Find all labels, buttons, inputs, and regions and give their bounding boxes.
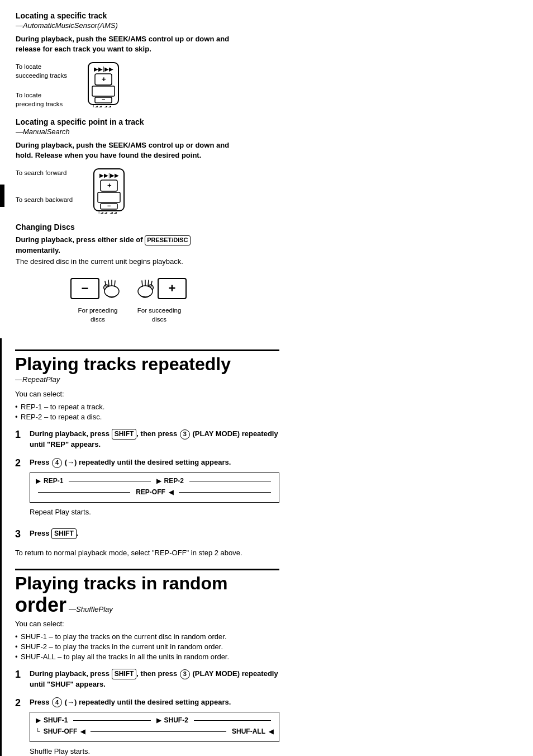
svg-line-22 xyxy=(151,281,152,287)
shuffle-step2-num: 2 xyxy=(15,697,26,710)
shift-key-3: SHIFT xyxy=(112,669,137,679)
repeat-step2: 2 Press 4 (→) repeatedly until the desir… xyxy=(15,457,279,520)
svg-text:+: + xyxy=(107,181,112,190)
section-separator xyxy=(15,569,279,570)
repeat-closing: To return to normal playback mode, selec… xyxy=(15,548,279,558)
preceding-disc-label: For preceding discs xyxy=(75,306,120,324)
shufall-label: SHUF-ALL xyxy=(232,727,265,736)
shuffle-title1: Playing tracks in random xyxy=(15,574,279,593)
svg-line-23 xyxy=(148,280,149,286)
repeat-intro: You can select: xyxy=(15,389,279,399)
shuffle-flow-diagram: ▶ SHUF-1 ▶ SHUF-2 └ SHUF-OFF ◀ xyxy=(30,712,279,742)
section-accent-bar xyxy=(0,185,4,207)
repeat-bullet-2: REP-2 – to repeat a disc. xyxy=(15,413,279,421)
shuffle-flow-note: Shuffle Play starts. xyxy=(30,746,279,756)
shuffle-title2: order xyxy=(15,593,66,617)
shuffle-bullet-3: SHUF-ALL – to play all the tracks in all… xyxy=(15,653,279,661)
locate-point-label2: To search backward xyxy=(16,195,73,204)
circle-3-1: 3 xyxy=(180,429,190,440)
svg-text:|◀◀ ◀◀: |◀◀ ◀◀ xyxy=(98,211,117,214)
shuffle-bullet-1: SHUF-1 – to play the tracks on the curre… xyxy=(15,632,279,641)
repeat-subtitle: —RepeatPlay xyxy=(15,375,279,384)
section-changing-discs: Changing Discs During playback, press ei… xyxy=(16,223,230,324)
svg-point-21 xyxy=(138,286,153,297)
repeat-flow-note: Repeat Play starts. xyxy=(30,507,279,517)
shuffle-step1: 1 During playback, press SHIFT, then pre… xyxy=(15,669,279,689)
repeat-step1-content: During playback, press SHIFT, then press… xyxy=(30,429,279,450)
repeat-title: Playing tracks repeatedly xyxy=(15,349,279,374)
rep1-label: REP-1 xyxy=(44,476,63,486)
shuffle-step2-content: Press 4 (→) repeatedly until the desired… xyxy=(30,697,279,756)
svg-line-20 xyxy=(115,281,115,286)
section-locate-track: Locating a specific track —AutomaticMusi… xyxy=(16,11,230,108)
succeeding-disc-button: + xyxy=(158,278,187,299)
locate-point-subtitle: —ManualSearch xyxy=(16,127,230,136)
repeat-bullets: REP-1 – to repeat a track. REP-2 – to re… xyxy=(15,403,279,421)
circle-3-2: 3 xyxy=(180,669,190,679)
locate-point-label1: To search forward xyxy=(16,168,73,177)
preset-disc-btn: PRESET/DISC xyxy=(145,235,190,245)
changing-discs-title: Changing Discs xyxy=(16,223,230,231)
svg-rect-4 xyxy=(92,86,115,96)
repeat-step2-content: Press 4 (→) repeatedly until the desired… xyxy=(30,457,279,520)
shuffle-intro: You can select: xyxy=(15,619,279,629)
repeat-step3-content: Press SHIFT. xyxy=(30,528,279,539)
repeat-bullet-1: REP-1 – to repeat a track. xyxy=(15,403,279,411)
svg-line-25 xyxy=(142,281,142,286)
locate-track-body: During playback, push the SEEK/AMS contr… xyxy=(16,34,230,54)
locate-point-labels: To search forward To search backward xyxy=(16,168,73,204)
shuffle-step2: 2 Press 4 (→) repeatedly until the desir… xyxy=(15,697,279,756)
shift-key-2: SHIFT xyxy=(51,528,77,539)
section-shuffle: Playing tracks in random order —ShuffleP… xyxy=(15,569,279,756)
svg-text:▶▶|▶▶: ▶▶|▶▶ xyxy=(99,172,119,178)
locate-track-label2: To locate preceding tracks xyxy=(16,91,67,108)
changing-discs-normal: The desired disc in the current unit beg… xyxy=(16,257,230,267)
svg-text:▶▶|▶▶: ▶▶|▶▶ xyxy=(94,66,113,72)
shuf1-label: SHUF-1 xyxy=(44,716,68,725)
hand-right-icon xyxy=(135,275,155,299)
locate-track-diagram: To locate succeeding tracks To locate pr… xyxy=(16,60,230,108)
locate-point-diagram: To search forward To search backward ▶▶|… xyxy=(16,166,230,214)
rep2-label: REP-2 xyxy=(164,476,184,486)
succeeding-disc-group: + xyxy=(135,275,187,299)
remote-control-icon2: ▶▶|▶▶ + − |◀◀ ◀◀ xyxy=(84,166,134,214)
order-line: order —ShufflePlay xyxy=(15,593,279,617)
section-repeat: Playing tracks repeatedly —RepeatPlay Yo… xyxy=(15,349,279,558)
svg-text:−: − xyxy=(107,202,111,209)
section-locate-point: Locating a specific point in a track —Ma… xyxy=(16,117,230,214)
shuffle-bullet-2: SHUF-2 – to play the tracks in the curre… xyxy=(15,642,279,651)
repoff-label: REP-OFF xyxy=(136,488,165,497)
svg-point-16 xyxy=(104,286,119,297)
svg-line-18 xyxy=(108,280,109,286)
locate-track-label1: To locate succeeding tracks xyxy=(16,62,67,80)
svg-line-17 xyxy=(105,281,106,287)
remote-control-icon1: ▶▶|▶▶ + − |◀◀ ◀◀ xyxy=(78,60,129,107)
changing-discs-body: During playback, press either side of PR… xyxy=(16,235,230,256)
shuffle-bullets: SHUF-1 – to play the tracks on the curre… xyxy=(15,632,279,661)
shuffle-step1-content: During playback, press SHIFT, then press… xyxy=(30,669,279,689)
shuf2-label: SHUF-2 xyxy=(164,716,188,725)
repeat-step1-num: 1 xyxy=(15,429,26,441)
locate-track-labels: To locate succeeding tracks To locate pr… xyxy=(16,62,67,108)
shufoff-label: SHUF-OFF xyxy=(44,727,78,736)
locate-track-subtitle: —AutomaticMusicSensor(AMS) xyxy=(16,21,230,30)
disc-labels-row: For preceding discs For succeeding discs xyxy=(75,306,182,324)
repeat-step3: 3 Press SHIFT. xyxy=(15,528,279,541)
left-column: Locating a specific track —AutomaticMusi… xyxy=(0,0,240,338)
svg-text:|◀◀ ◀◀: |◀◀ ◀◀ xyxy=(93,105,111,107)
repeat-step3-num: 3 xyxy=(15,528,26,541)
circle-4-1: 4 xyxy=(52,458,62,468)
preceding-disc-button: − xyxy=(70,278,99,299)
locate-track-title: Locating a specific track xyxy=(16,11,230,20)
circle-4-2: 4 xyxy=(52,697,62,707)
svg-rect-12 xyxy=(98,192,120,202)
hand-left-icon xyxy=(102,275,122,299)
svg-text:+: + xyxy=(102,75,106,83)
repeat-flow-diagram: ▶ REP-1 ▶ REP-2 REP-OFF ◀ xyxy=(30,472,279,503)
succeeding-disc-label: For succeeding discs xyxy=(137,306,182,324)
disc-buttons: − xyxy=(70,275,187,299)
right-column: Playing tracks repeatedly —RepeatPlay Yo… xyxy=(0,338,293,756)
shift-key-1: SHIFT xyxy=(112,429,137,440)
locate-point-title: Locating a specific point in a track xyxy=(16,117,230,126)
repeat-step1: 1 During playback, press SHIFT, then pre… xyxy=(15,429,279,450)
